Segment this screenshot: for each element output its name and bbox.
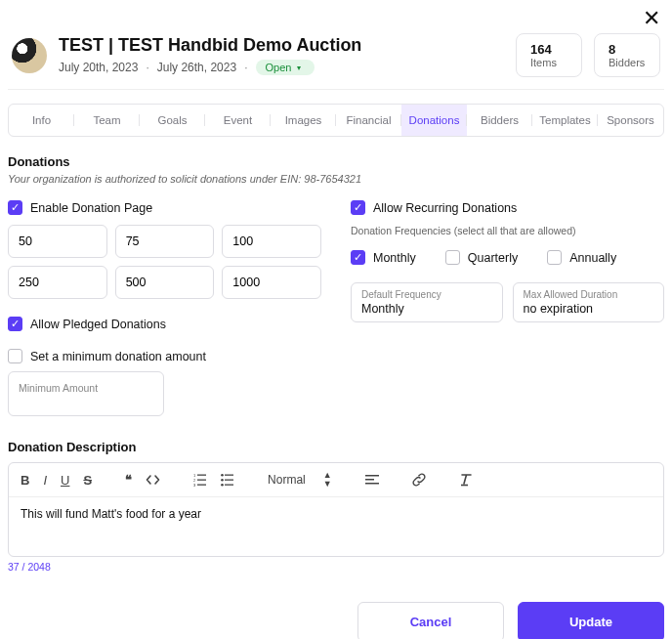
stat-items: 164 Items	[516, 33, 582, 77]
tab-donations[interactable]: Donations	[401, 105, 467, 136]
tab-financial[interactable]: Financial	[336, 105, 401, 136]
tab-bidders[interactable]: Bidders	[467, 105, 532, 136]
code-icon[interactable]	[146, 473, 160, 487]
page-title: TEST | TEST Handbid Demo Auction	[59, 35, 504, 56]
separator-dot: ·	[244, 61, 247, 74]
stat-bidders: 8 Bidders	[594, 33, 660, 77]
pledged-label: Allow Pledged Donations	[30, 318, 166, 331]
link-icon[interactable]	[412, 473, 426, 487]
svg-rect-12	[365, 475, 379, 477]
freq-quarterly-label: Quarterly	[468, 251, 518, 265]
italic-icon[interactable]: I	[43, 473, 47, 488]
donations-title: Donations	[8, 154, 664, 169]
default-frequency-label: Default Frequency	[361, 289, 492, 300]
svg-point-8	[221, 479, 224, 482]
underline-icon[interactable]: U	[61, 473, 69, 488]
svg-rect-9	[225, 480, 233, 481]
select-caret-icon: ▲▼	[323, 471, 332, 489]
svg-rect-11	[225, 485, 233, 486]
donation-amount-5[interactable]	[115, 266, 215, 299]
tabs: Info Team Goals Event Images Financial D…	[8, 104, 664, 137]
min-amount-checkbox[interactable]	[8, 349, 22, 363]
max-duration-field[interactable]: Max Allowed Duration no expiration	[513, 282, 665, 322]
donation-amount-6[interactable]	[222, 266, 321, 299]
pledged-checkbox[interactable]: ✓	[8, 317, 22, 331]
donation-amount-1[interactable]	[8, 225, 107, 258]
separator-dot: ·	[146, 61, 148, 74]
update-button[interactable]: Update	[518, 602, 664, 639]
tab-sponsors[interactable]: Sponsors	[598, 105, 663, 136]
align-icon[interactable]	[365, 473, 379, 487]
cancel-button[interactable]: Cancel	[357, 602, 504, 639]
avatar	[12, 38, 47, 73]
recurring-label: Allow Recurring Donations	[373, 201, 517, 215]
svg-point-6	[221, 474, 224, 477]
tab-event[interactable]: Event	[205, 105, 271, 136]
min-amount-label: Set a minimum donation amount	[30, 350, 206, 363]
tab-team[interactable]: Team	[74, 105, 140, 136]
stat-items-count: 164	[530, 42, 567, 57]
date-start: July 20th, 2023	[59, 61, 138, 74]
svg-point-10	[221, 484, 224, 487]
heading-select-label: Normal	[268, 473, 306, 487]
page-header: TEST | TEST Handbid Demo Auction July 20…	[8, 29, 664, 90]
freq-annually-checkbox[interactable]	[547, 250, 562, 265]
stat-items-label: Items	[530, 57, 567, 68]
recurring-checkbox[interactable]: ✓	[351, 200, 365, 215]
ein-hint: Your organization is authorized to solic…	[8, 173, 664, 185]
tab-templates[interactable]: Templates	[532, 105, 598, 136]
date-end: July 26th, 2023	[157, 61, 236, 74]
status-pill[interactable]: Open ▾	[256, 60, 315, 75]
tab-goals[interactable]: Goals	[140, 105, 205, 136]
heading-select[interactable]: Normal ▲▼	[268, 471, 332, 489]
quote-icon[interactable]: ❝	[125, 472, 132, 488]
donation-amount-3[interactable]	[222, 225, 321, 258]
description-title: Donation Description	[8, 440, 664, 454]
enable-donation-checkbox[interactable]: ✓	[8, 200, 22, 215]
svg-rect-7	[225, 475, 233, 476]
min-amount-placeholder: Minimum Amount	[19, 382, 153, 394]
freq-monthly-label: Monthly	[373, 251, 416, 265]
bullet-list-icon[interactable]	[221, 473, 234, 487]
rich-editor: B I U S ❝ 123 Normal ▲▼	[8, 462, 664, 557]
svg-rect-1	[197, 475, 206, 476]
freq-hint: Donation Frequencies (select all that ar…	[351, 225, 664, 236]
donation-amount-2[interactable]	[115, 225, 215, 258]
default-frequency-value: Monthly	[361, 302, 492, 316]
status-label: Open	[266, 62, 292, 73]
stat-bidders-label: Bidders	[609, 57, 646, 68]
bold-icon[interactable]: B	[21, 473, 29, 488]
stat-bidders-count: 8	[609, 42, 646, 57]
max-duration-label: Max Allowed Duration	[524, 289, 654, 300]
freq-quarterly-checkbox[interactable]	[445, 250, 460, 265]
enable-donation-label: Enable Donation Page	[30, 201, 152, 215]
tab-images[interactable]: Images	[271, 105, 336, 136]
svg-rect-5	[197, 485, 206, 486]
min-amount-field[interactable]: Minimum Amount	[8, 371, 164, 416]
donation-amount-4[interactable]	[8, 266, 107, 299]
default-frequency-field[interactable]: Default Frequency Monthly	[351, 282, 503, 322]
clear-format-icon[interactable]	[459, 473, 474, 487]
freq-monthly-checkbox[interactable]: ✓	[351, 250, 365, 265]
ordered-list-icon[interactable]: 123	[193, 473, 207, 487]
char-counter: 37 / 2048	[8, 561, 664, 573]
svg-rect-3	[197, 480, 206, 481]
svg-rect-14	[365, 483, 379, 485]
editor-toolbar: B I U S ❝ 123 Normal ▲▼	[9, 463, 663, 497]
max-duration-value: no expiration	[524, 302, 654, 316]
tab-info[interactable]: Info	[9, 105, 74, 136]
svg-rect-13	[365, 479, 374, 481]
editor-body[interactable]: This will fund Matt's food for a year	[9, 497, 663, 556]
close-icon[interactable]: ✕	[643, 8, 660, 29]
strike-icon[interactable]: S	[83, 473, 92, 488]
chevron-down-icon: ▾	[297, 64, 301, 72]
svg-text:3: 3	[193, 483, 196, 487]
freq-annually-label: Annually	[569, 251, 616, 265]
